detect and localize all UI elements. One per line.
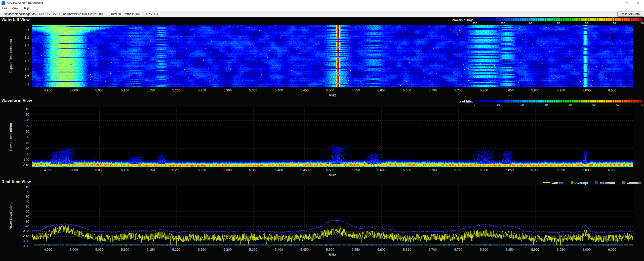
menu-help[interactable]: Help bbox=[20, 6, 31, 11]
x-tick-label: 5.100 bbox=[121, 88, 129, 92]
x-tick-label: 4.950 bbox=[44, 248, 52, 251]
colorbar-tick-label: 30 bbox=[545, 103, 548, 106]
waterfall-xtick-labels: 4.9505.0005.0505.1005.1505.2005.2505.300… bbox=[32, 88, 633, 92]
x-tick-label: 5.750 bbox=[454, 88, 463, 92]
realtime-title: Real-time View bbox=[2, 180, 31, 184]
realtime-ylabel: Power Level (dBm) bbox=[9, 202, 13, 230]
legend-item-average: Average bbox=[571, 181, 588, 185]
x-tick-label: 5.950 bbox=[557, 248, 565, 251]
x-tick-label: 5.050 bbox=[95, 248, 104, 251]
x-tick-label: 5.650 bbox=[403, 168, 411, 172]
x-tick-label: 5.450 bbox=[300, 88, 309, 92]
window-controls: ─ □ ✕ bbox=[610, 0, 644, 6]
power-colorbar-ticks: -118-108-98-88-78-68-58 bbox=[474, 22, 642, 25]
x-tick-label: 5.600 bbox=[377, 168, 386, 172]
maximum-swatch-icon bbox=[595, 181, 598, 184]
menu-file[interactable]: File bbox=[0, 6, 9, 11]
x-tick-label: 5.000 bbox=[70, 88, 78, 92]
realtime-ytick-labels: -10-20-30-40-50-60-70-80-90-100-110-120-… bbox=[16, 186, 31, 247]
hits-legend-label: # of hits: bbox=[428, 99, 473, 103]
rf-frames-status: Total RF Frames: 366 bbox=[108, 12, 142, 17]
waveform-histogram-canvas bbox=[32, 107, 633, 167]
x-tick-label: 5.400 bbox=[275, 88, 283, 92]
colorbar-tick-label: -78 bbox=[584, 22, 588, 25]
y-tick-label: -120 bbox=[23, 239, 29, 243]
y-tick-label: -80 bbox=[24, 146, 29, 150]
colorbar-tick-label: -118 bbox=[472, 22, 477, 25]
legend-item-maximum: Maximum bbox=[595, 181, 615, 185]
x-tick-label: 6.050 bbox=[608, 168, 616, 172]
x-tick-label: 5.750 bbox=[454, 248, 463, 251]
y-tick-label: -70 bbox=[24, 141, 29, 145]
x-tick-label: 5.900 bbox=[531, 88, 539, 92]
menu-view[interactable]: View bbox=[9, 6, 20, 11]
x-tick-label: 5.800 bbox=[480, 88, 488, 92]
x-tick-label: 5.800 bbox=[480, 168, 488, 172]
x-tick-label: 5.450 bbox=[300, 168, 309, 172]
y-tick-label: -130 bbox=[23, 244, 29, 248]
x-tick-label: 5.800 bbox=[480, 248, 488, 251]
y-tick-label: -20 bbox=[24, 190, 29, 194]
y-tick-label: -100 bbox=[23, 158, 29, 162]
y-tick-label: -60 bbox=[24, 135, 29, 139]
power-legend-label: Power (dBm): bbox=[428, 18, 473, 22]
colorbar-tick-label: 50 bbox=[592, 103, 595, 106]
x-tick-label: 5.650 bbox=[403, 248, 411, 251]
x-tick-label: 5.900 bbox=[531, 168, 539, 172]
y-tick-label: 1.2 bbox=[25, 67, 29, 71]
y-tick-label: 3.2 bbox=[25, 36, 29, 40]
current-swatch-icon bbox=[543, 182, 550, 183]
colorbar-tick-label: -98 bbox=[528, 22, 532, 25]
x-tick-label: 5.350 bbox=[249, 248, 257, 251]
waterfall-title: Waterfall View bbox=[2, 18, 30, 22]
x-tick-label: 5.950 bbox=[557, 88, 565, 92]
average-swatch-icon bbox=[571, 181, 574, 184]
x-tick-label: 5.300 bbox=[223, 248, 232, 251]
x-tick-label: 5.550 bbox=[352, 88, 360, 92]
y-tick-label: -40 bbox=[24, 124, 29, 128]
colorbar-tick-label: -68 bbox=[612, 22, 616, 25]
x-tick-label: 5.400 bbox=[275, 248, 283, 251]
x-tick-label: 5.350 bbox=[249, 168, 257, 172]
y-tick-label: -90 bbox=[24, 152, 29, 156]
y-tick-label: -60 bbox=[24, 210, 29, 214]
x-tick-label: 5.250 bbox=[198, 88, 206, 92]
y-tick-label: -10 bbox=[24, 185, 29, 189]
x-tick-label: 5.550 bbox=[352, 168, 360, 172]
x-tick-label: 5.500 bbox=[326, 88, 334, 92]
x-tick-label: 5.100 bbox=[121, 168, 129, 172]
x-tick-label: 5.850 bbox=[505, 248, 514, 251]
y-tick-label: 0.2 bbox=[25, 82, 29, 86]
realtime-spectrum-canvas bbox=[32, 186, 633, 247]
x-tick-label: 5.600 bbox=[377, 88, 386, 92]
window-title: AirView Spectrum Analyzer bbox=[7, 1, 43, 5]
y-tick-label: -80 bbox=[24, 220, 29, 224]
legend-label: Channels bbox=[627, 181, 641, 185]
realtime-xaxis-unit: MHz bbox=[329, 253, 336, 257]
reset-all-data-button[interactable]: Reset All Data bbox=[617, 12, 643, 17]
x-tick-label: 5.100 bbox=[121, 248, 129, 251]
y-tick-label: -50 bbox=[24, 130, 29, 134]
app-icon bbox=[2, 1, 5, 5]
realtime-legend: CurrentAverageMaximumChannels bbox=[543, 181, 641, 185]
x-tick-label: 6.000 bbox=[582, 168, 591, 172]
minimize-button[interactable]: ─ bbox=[610, 0, 621, 6]
x-tick-label: 5.400 bbox=[275, 168, 283, 172]
fps-status: FPS: 1.3 bbox=[143, 12, 160, 17]
y-tick-label: -30 bbox=[24, 118, 29, 122]
colorbar-tick-label: 70 bbox=[640, 103, 643, 106]
titlebar: AirView Spectrum Analyzer ─ □ ✕ bbox=[0, 0, 644, 6]
legend-label: Maximum bbox=[600, 181, 615, 185]
y-tick-label: -30 bbox=[24, 195, 29, 199]
waveform-title: Waveform View bbox=[2, 98, 32, 103]
waveform-xtick-labels: 4.9505.0005.0505.1005.1505.2005.2505.300… bbox=[32, 168, 633, 172]
hits-colorbar-ticks: 010203040506070 bbox=[474, 103, 642, 107]
channels-swatch-icon bbox=[622, 181, 625, 184]
close-button[interactable]: ✕ bbox=[633, 0, 644, 6]
x-tick-label: 5.700 bbox=[429, 168, 437, 172]
colorbar-tick-label: 60 bbox=[616, 103, 619, 106]
maximize-button[interactable]: □ bbox=[621, 0, 633, 6]
waveform-ylabel: Power Level (dBm) bbox=[9, 123, 13, 151]
x-tick-label: 5.200 bbox=[172, 248, 181, 251]
x-tick-label: 5.250 bbox=[198, 248, 206, 251]
